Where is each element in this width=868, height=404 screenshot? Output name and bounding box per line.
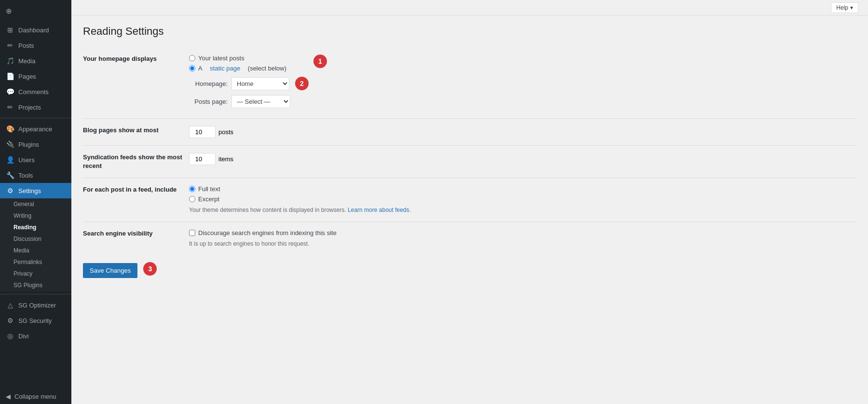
sidebar-item-sg-optimizer[interactable]: △ SG Optimizer xyxy=(0,297,71,313)
radio-latest-posts[interactable] xyxy=(189,55,195,61)
search-visibility-row: Search engine visibility Discourage sear… xyxy=(83,222,856,256)
feed-excerpt-text: Excerpt xyxy=(198,195,219,203)
sg-optimizer-icon: △ xyxy=(6,301,14,309)
sidebar-divider-2 xyxy=(0,294,71,294)
save-row: Save Changes 3 xyxy=(83,259,856,278)
blog-pages-value-cell: posts xyxy=(189,119,856,146)
posts-page-select[interactable]: — Select — Blog xyxy=(231,95,290,108)
syndication-value-cell: items xyxy=(189,146,856,178)
media-icon: 🎵 xyxy=(6,57,14,65)
submenu-discussion[interactable]: Discussion xyxy=(0,233,71,245)
settings-submenu: General Writing Reading Discussion Media… xyxy=(0,198,71,291)
sidebar-item-comments[interactable]: 💬 Comments xyxy=(0,84,71,99)
posts-icon: ✏ xyxy=(6,42,14,49)
settings-icon: ⚙ xyxy=(6,187,14,195)
collapse-label: Collapse menu xyxy=(14,393,56,400)
sidebar-item-appearance[interactable]: 🎨 Appearance xyxy=(0,121,71,137)
feed-excerpt-label[interactable]: Excerpt xyxy=(189,195,856,203)
homepage-displays-options: Your latest posts A static page (select … xyxy=(189,47,856,119)
blog-pages-row: Blog pages show at most posts xyxy=(83,119,856,146)
posts-page-select-row: Posts page: — Select — Blog xyxy=(189,95,309,108)
submenu-general[interactable]: General xyxy=(0,198,71,210)
divi-icon: ◎ xyxy=(6,332,14,340)
syndication-input[interactable] xyxy=(189,153,216,165)
sidebar-item-label: Divi xyxy=(18,333,29,340)
sidebar-divider xyxy=(0,118,71,118)
sidebar-item-posts[interactable]: ✏ Posts xyxy=(0,38,71,53)
radio-static-prefix: A xyxy=(198,65,203,72)
submenu-sg-plugins[interactable]: SG Plugins xyxy=(0,279,71,291)
homepage-displays-label: Your homepage displays xyxy=(83,47,189,119)
sidebar-item-label: Users xyxy=(18,156,35,164)
sidebar-item-dashboard[interactable]: ⊞ Dashboard xyxy=(0,22,71,38)
save-changes-button[interactable]: Save Changes xyxy=(83,263,137,278)
users-icon: 👤 xyxy=(6,156,14,164)
sidebar-item-label: Plugins xyxy=(18,141,39,148)
sidebar-item-label: SG Optimizer xyxy=(18,302,56,309)
sidebar-item-settings[interactable]: ⚙ Settings xyxy=(0,183,71,198)
sidebar-item-label: Comments xyxy=(18,88,49,96)
blog-pages-suffix: posts xyxy=(218,128,233,136)
help-arrow-icon: ▾ xyxy=(850,4,853,11)
feed-full-text-text: Full text xyxy=(198,185,220,193)
help-label: Help xyxy=(836,4,848,11)
sidebar-item-label: Settings xyxy=(18,187,41,195)
feed-excerpt-radio[interactable] xyxy=(189,196,195,202)
annotation-1: 1 xyxy=(313,55,327,68)
sidebar-item-sg-security[interactable]: ⚙ SG Security xyxy=(0,313,71,328)
plugins-icon: 🔌 xyxy=(6,140,14,148)
help-button[interactable]: Help ▾ xyxy=(831,2,858,13)
sidebar-item-tools[interactable]: 🔧 Tools xyxy=(0,167,71,183)
page-title: Reading Settings xyxy=(83,25,856,38)
radio-latest-posts-label[interactable]: Your latest posts xyxy=(189,55,309,62)
homepage-select[interactable]: Home About Contact xyxy=(231,77,289,90)
sidebar: ⊕ ⊞ Dashboard ✏ Posts 🎵 Media 📄 Pages 💬 … xyxy=(0,0,71,404)
sidebar-item-plugins[interactable]: 🔌 Plugins xyxy=(0,137,71,152)
submenu-privacy[interactable]: Privacy xyxy=(0,268,71,279)
sidebar-item-label: Appearance xyxy=(18,125,52,133)
blog-pages-label: Blog pages show at most xyxy=(83,119,189,146)
visibility-checkbox-label[interactable]: Discourage search engines from indexing … xyxy=(189,229,856,237)
sidebar-item-label: Projects xyxy=(18,104,41,111)
sidebar-item-label: Posts xyxy=(18,42,34,49)
visibility-label: Search engine visibility xyxy=(83,222,189,256)
feed-label: For each post in a feed, include xyxy=(83,178,189,222)
dashboard-icon: ⊞ xyxy=(6,26,14,34)
visibility-description: It is up to search engines to honor this… xyxy=(189,239,856,248)
feed-description: Your theme determines how content is dis… xyxy=(189,206,856,214)
collapse-icon: ◀ xyxy=(6,393,11,400)
annotation-2: 2 xyxy=(295,77,309,90)
posts-page-select-label: Posts page: xyxy=(189,98,228,105)
feed-learn-more-link[interactable]: Learn more about feeds xyxy=(348,207,409,213)
submenu-permalinks[interactable]: Permalinks xyxy=(0,256,71,268)
sg-security-icon: ⚙ xyxy=(6,317,14,324)
sidebar-item-users[interactable]: 👤 Users xyxy=(0,152,71,167)
visibility-checkbox-text: Discourage search engines from indexing … xyxy=(198,229,337,237)
sidebar-item-label: Tools xyxy=(18,172,33,179)
appearance-icon: 🎨 xyxy=(6,125,14,133)
sidebar-item-pages[interactable]: 📄 Pages xyxy=(0,69,71,84)
wp-logo-icon: ⊕ xyxy=(6,7,12,15)
collapse-menu-button[interactable]: ◀ Collapse menu xyxy=(0,389,71,404)
feed-full-text-label[interactable]: Full text xyxy=(189,185,856,193)
content-area: Reading Settings Your homepage displays … xyxy=(71,15,868,404)
static-page-suffix: (select below) xyxy=(248,65,286,72)
sidebar-item-divi[interactable]: ◎ Divi xyxy=(0,328,71,344)
radio-static-page-label[interactable]: A static page (select below) xyxy=(189,65,309,72)
submenu-reading[interactable]: Reading xyxy=(0,222,71,233)
feed-full-text-radio[interactable] xyxy=(189,186,195,192)
static-page-link[interactable]: static page xyxy=(210,65,240,72)
visibility-checkbox[interactable] xyxy=(189,230,195,236)
submenu-writing[interactable]: Writing xyxy=(0,210,71,222)
pages-icon: 📄 xyxy=(6,72,14,80)
blog-pages-input[interactable] xyxy=(189,126,216,138)
sidebar-item-projects[interactable]: ✏ Projects xyxy=(0,99,71,115)
comments-icon: 💬 xyxy=(6,88,14,96)
feed-options-cell: Full text Excerpt Your theme determines … xyxy=(189,178,856,222)
homepage-select-row: Homepage: Home About Contact 2 xyxy=(189,77,309,90)
radio-static-page[interactable] xyxy=(189,65,195,71)
sidebar-item-label: Media xyxy=(18,57,35,65)
sidebar-item-media[interactable]: 🎵 Media xyxy=(0,53,71,69)
submenu-media[interactable]: Media xyxy=(0,245,71,256)
feed-include-row: For each post in a feed, include Full te… xyxy=(83,178,856,222)
